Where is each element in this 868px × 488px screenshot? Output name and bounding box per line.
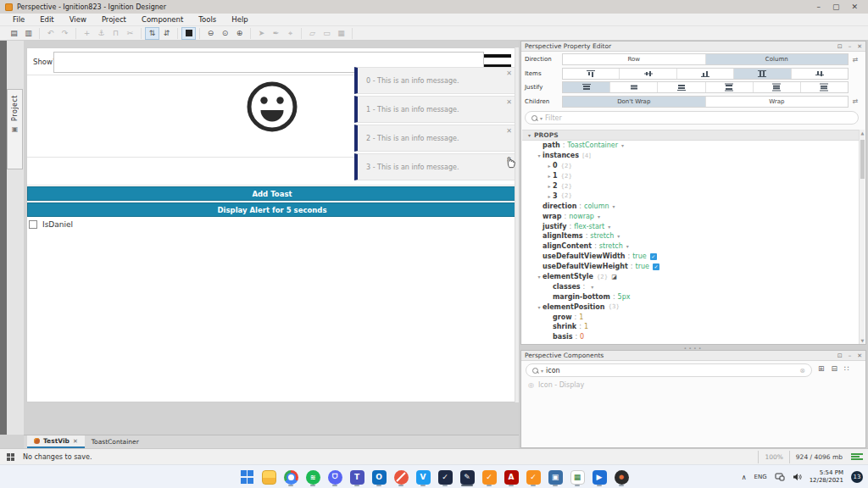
justify-between-icon[interactable] — [706, 82, 754, 92]
prop-row-1[interactable]: ▸1{2} — [522, 171, 860, 181]
taskbar-opera-icon[interactable] — [392, 467, 410, 487]
justify-end-icon[interactable] — [658, 82, 705, 92]
cut-icon[interactable]: ✂ — [123, 27, 137, 40]
gc-memory-icon[interactable] — [851, 452, 863, 462]
prop-row-grow[interactable]: grow:1 — [522, 312, 860, 322]
menu-tools[interactable]: Tools — [191, 14, 224, 26]
taskbar-discord-icon[interactable]: ᗜ — [326, 467, 344, 487]
taskbar-start-icon[interactable] — [238, 467, 256, 487]
close-panel-icon[interactable]: ✕ — [857, 352, 862, 359]
justify-around-icon[interactable] — [754, 82, 801, 92]
distribute-vertical-icon[interactable]: ⇅ — [145, 27, 159, 40]
minimize-button[interactable]: – — [816, 0, 821, 14]
tab-close-icon[interactable]: ✕ — [73, 438, 78, 445]
save-all-icon[interactable]: ▥ — [21, 27, 36, 40]
notification-badge[interactable]: 13 — [851, 471, 863, 483]
props-filter-input[interactable]: ▾ Filter — [525, 111, 859, 125]
taskbar-chrome-icon[interactable] — [282, 467, 300, 487]
taskbar-app-dark-check-icon[interactable]: ✓ — [437, 467, 454, 487]
tree-expand-icon[interactable]: ▸ — [546, 193, 553, 199]
float-panel-icon[interactable]: ⊡ — [837, 352, 843, 359]
prop-row-path[interactable]: path:ToastContainer▾ — [522, 141, 860, 151]
prop-row-useDefaultViewWidth[interactable]: useDefaultViewWidth:true✓ — [522, 252, 860, 262]
bind-swap-icon[interactable]: ⇄ — [849, 97, 862, 105]
component-list-item[interactable]: ◎ Icon - Display — [528, 381, 584, 389]
chevron-down-icon[interactable]: ▾ — [613, 203, 615, 209]
minimize-panel-icon[interactable]: – — [849, 43, 852, 50]
add-toast-button[interactable]: Add Toast — [27, 186, 517, 201]
grid-view-icon[interactable]: ∷ — [844, 364, 849, 373]
rectangle-icon[interactable]: ▭ — [320, 27, 334, 40]
children-don-t-wrap[interactable]: Don't Wrap — [563, 97, 706, 107]
move-icon[interactable]: + — [80, 27, 94, 40]
taskbar-ignition-designer-icon[interactable]: ✓ — [481, 467, 498, 487]
prop-row-instances[interactable]: ▾instances[4] — [522, 151, 860, 161]
taskbar-excel-icon[interactable]: ▦ — [569, 467, 587, 487]
tab-testvib[interactable]: TestVib✕ — [27, 435, 85, 448]
zoom-in-icon[interactable]: ⊕ — [232, 27, 247, 40]
scroll-down-icon[interactable]: ▼ — [860, 338, 865, 343]
display-alert-button[interactable]: Display Alert for 5 seconds — [27, 202, 517, 217]
tree-expand-icon[interactable]: ▾ — [536, 274, 542, 280]
union-icon[interactable]: ▱ — [305, 27, 320, 40]
direction-column[interactable]: Column — [706, 54, 849, 64]
maximize-button[interactable]: ▢ — [832, 0, 840, 14]
prop-row-direction[interactable]: direction:column▾ — [522, 201, 860, 211]
prop-row-wrap[interactable]: wrap:nowrap▾ — [522, 211, 860, 221]
isdaniel-checkbox[interactable] — [29, 220, 37, 229]
lock-icon[interactable]: ⊓ — [108, 27, 123, 40]
prop-row-elementPosition[interactable]: ▾elementPosition{3} — [522, 302, 860, 312]
zoom-out-icon[interactable]: ⊖ — [203, 27, 218, 40]
prop-row-alignItems[interactable]: alignItems:stretch▾ — [522, 231, 860, 241]
menu-file[interactable]: File — [5, 14, 32, 26]
network-icon[interactable] — [775, 473, 785, 481]
items-end-icon[interactable] — [677, 69, 734, 79]
children-wrap[interactable]: Wrap — [706, 97, 849, 107]
collapse-all-icon[interactable]: ⊟ — [832, 364, 838, 373]
tree-expand-icon[interactable]: ▸ — [546, 183, 553, 189]
tree-expand-icon[interactable]: ▸ — [546, 173, 553, 179]
checked-checkbox[interactable]: ✓ — [653, 263, 659, 270]
distribute-horizontal-icon[interactable]: ⇵ — [159, 27, 174, 40]
memory-usage[interactable]: 924 / 4096 mb — [789, 451, 849, 463]
prop-row-elementStyle[interactable]: ▾elementStyle{2}◪ — [522, 272, 860, 282]
float-panel-icon[interactable]: ⊡ — [837, 43, 843, 50]
prop-row-2[interactable]: ▸2{2} — [522, 181, 860, 191]
bind-swap-icon[interactable]: ⇄ — [849, 56, 862, 64]
close-panel-icon[interactable]: ✕ — [857, 43, 862, 50]
language-indicator[interactable]: ENG — [754, 474, 767, 480]
prop-row-0[interactable]: ▸0{2} — [522, 161, 860, 171]
prop-row-margin-bottom[interactable]: margin-bottom:5px — [522, 291, 860, 302]
scroll-thumb[interactable] — [860, 140, 865, 179]
tree-expand-icon[interactable]: ▸ — [546, 163, 553, 169]
tray-chevron-up-icon[interactable]: ∧ — [742, 474, 747, 481]
taskbar-ignition-2-icon[interactable]: ✓ — [525, 467, 542, 487]
tab-toastcontainer[interactable]: ToastContainer — [85, 435, 146, 448]
props-section-header[interactable]: ▾ PROPS — [522, 130, 860, 141]
tree-expand-icon[interactable]: ▾ — [536, 152, 542, 158]
toast-close-icon[interactable]: ✕ — [506, 98, 512, 106]
justify-start-icon[interactable] — [563, 82, 610, 92]
chevron-down-icon[interactable]: ▾ — [626, 243, 629, 249]
direction-row[interactable]: Row — [563, 54, 706, 64]
expand-all-icon[interactable]: ⊞ — [818, 364, 825, 373]
props-scrollbar[interactable]: ▲ ▼ — [859, 130, 865, 344]
items-center-icon[interactable] — [620, 69, 676, 79]
taskbar-remote-desktop-icon[interactable]: ▣ — [547, 467, 565, 487]
taskbar-teams-icon[interactable]: T — [348, 467, 366, 487]
chevron-down-icon[interactable]: ▾ — [591, 284, 593, 290]
grid-icon[interactable] — [7, 453, 14, 461]
justify-evenly-icon[interactable] — [801, 82, 848, 92]
chevron-down-icon[interactable]: ▾ — [598, 214, 600, 219]
checked-checkbox[interactable]: ✓ — [650, 253, 657, 260]
prop-row-basis[interactable]: basis:0 — [522, 332, 860, 342]
clock[interactable]: 5:54 PM 12/28/2021 — [810, 469, 843, 485]
justify-center-icon[interactable] — [610, 82, 658, 92]
items-stretch-icon[interactable] — [734, 69, 791, 79]
prop-row-useDefaultViewHeight[interactable]: useDefaultViewHeight:true✓ — [522, 262, 860, 272]
taskbar-acrobat-icon[interactable]: A — [503, 467, 520, 487]
scroll-up-icon[interactable]: ▲ — [860, 130, 865, 136]
prop-row-alignContent[interactable]: alignContent:stretch▾ — [522, 241, 860, 252]
prop-row-3[interactable]: ▸3{2} — [522, 191, 860, 201]
taskbar-spotify-icon[interactable]: ≋ — [304, 467, 322, 487]
